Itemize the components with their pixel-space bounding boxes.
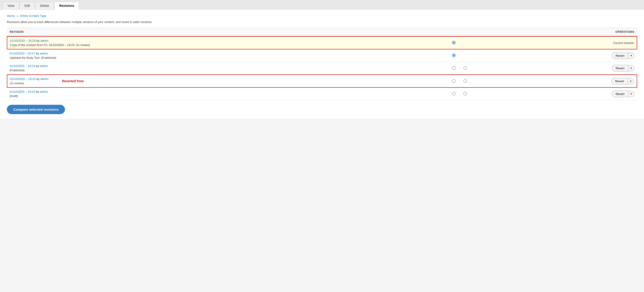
revision-date-1: 01/10/2020 – 20:29 by admin [10, 39, 445, 42]
radio2-4[interactable] [460, 74, 471, 88]
revision-info-2: 01/10/2020 – 20:27 by admin Updated the … [7, 49, 448, 62]
revert-main-5[interactable]: Revert [612, 91, 628, 97]
revision-link-1[interactable]: 01/10/2020 – 20:29 [10, 39, 36, 42]
radio1-4[interactable] [448, 74, 460, 88]
revision-row-current: 01/10/2020 – 20:29 by admin Copy of the … [7, 36, 637, 49]
revision-info-current: 01/10/2020 – 20:29 by admin Copy of the … [7, 36, 448, 49]
revision-desc-3: (Published) [10, 68, 25, 72]
revert-main-3[interactable]: Revert [612, 65, 628, 71]
tabs-bar: View Edit Delete Revisions [0, 0, 644, 9]
revision-by-1: by [36, 39, 40, 42]
tab-edit[interactable]: Edit [20, 2, 35, 9]
radio-empty-3b[interactable] [464, 66, 467, 70]
col-radio2 [460, 28, 471, 36]
revision-link-5[interactable]: 01/10/2020 – 19:23 [10, 90, 35, 93]
col-operations: OPERATIONS [471, 28, 637, 36]
radio2-2 [460, 49, 471, 62]
breadcrumb-current[interactable]: Article Content Type [20, 14, 46, 17]
tab-delete[interactable]: Delete [35, 2, 54, 9]
revert-wrap-4: Revert ▾ [474, 78, 634, 84]
revision-desc-1: Copy of the revision from Fri, 01/10/202… [10, 43, 90, 47]
main-content: Home » Article Content Type Revisions al… [0, 9, 644, 119]
revision-link-2[interactable]: 01/10/2020 – 20:27 [10, 52, 35, 55]
compare-button[interactable]: Compare selected revisions [7, 105, 65, 114]
revision-row-3: 01/10/2020 – 19:24 by admin (Published) [7, 62, 637, 74]
revision-row-2: 01/10/2020 – 20:27 by admin Updated the … [7, 49, 637, 62]
revision-by-2: by [36, 52, 40, 55]
revision-info-5: 01/10/2020 – 19:23 by admin (Draft) [7, 88, 448, 100]
revert-wrap-3: Revert ▾ [474, 65, 634, 71]
revert-dropdown-2[interactable]: ▾ [628, 53, 634, 59]
radio2-current [460, 36, 471, 49]
revision-info-reverted: 01/10/2020 – 19:23 by admin (In review) … [7, 74, 448, 88]
revision-desc-2: Updated the Body Text. (Published) [10, 56, 56, 59]
revision-info-reverted-content: 01/10/2020 – 19:23 by admin (In review) [10, 77, 48, 85]
radio1-current[interactable] [448, 36, 460, 49]
revision-desc-4: (In review) [10, 81, 24, 85]
revision-row-5: 01/10/2020 – 19:23 by admin (Draft) Rev [7, 88, 637, 100]
radio-filled-1[interactable] [452, 41, 456, 44]
page-description: Revisions allow you to track differences… [7, 20, 637, 24]
breadcrumb-home[interactable]: Home [7, 14, 15, 17]
revision-info-3: 01/10/2020 – 19:24 by admin (Published) [7, 62, 448, 74]
reverted-from-label: Reverted from [62, 79, 84, 83]
radio-empty-4a[interactable] [452, 79, 456, 83]
ops-2: Revert ▾ [471, 49, 637, 62]
ops-current: Current revision [471, 36, 637, 49]
radio1-2[interactable] [448, 49, 460, 62]
revision-date-5: 01/10/2020 – 19:23 by admin [10, 90, 445, 93]
revisions-table: REVISION OPERATIONS 01/10/2020 – 20:29 b… [7, 28, 637, 100]
tab-revisions[interactable]: Revisions [54, 2, 79, 9]
col-radio1 [448, 28, 460, 36]
revert-main-4[interactable]: Revert [612, 78, 628, 84]
breadcrumb: Home » Article Content Type [7, 14, 637, 17]
revision-author-5[interactable]: admin [40, 90, 48, 93]
revision-date-3: 01/10/2020 – 19:24 by admin [10, 64, 445, 68]
revert-wrap-2: Revert ▾ [474, 52, 634, 59]
radio-filled-2[interactable] [452, 53, 456, 57]
revert-main-2[interactable]: Revert [612, 52, 628, 59]
revision-by-3: by [36, 64, 40, 68]
revision-by-5: by [36, 90, 40, 93]
revision-date-4: 01/10/2020 – 19:23 by admin [10, 77, 48, 81]
radio-empty-5b[interactable] [464, 92, 467, 95]
col-revision: REVISION [7, 28, 448, 36]
revert-btn-4: Revert ▾ [612, 78, 634, 84]
revision-row-reverted: 01/10/2020 – 19:23 by admin (In review) … [7, 74, 637, 88]
revert-dropdown-3[interactable]: ▾ [628, 65, 634, 71]
radio1-3[interactable] [448, 62, 460, 74]
table-header-row: REVISION OPERATIONS [7, 28, 637, 36]
revert-btn-3: Revert ▾ [612, 65, 634, 71]
revision-author-2[interactable]: admin [40, 52, 48, 55]
revert-wrap-5: Revert ▾ [474, 91, 634, 97]
revision-author-3[interactable]: admin [40, 64, 48, 68]
breadcrumb-sep: » [16, 14, 18, 17]
tab-view[interactable]: View [3, 2, 19, 9]
current-revision-label: Current revision [613, 41, 634, 45]
revision-by-4: by [36, 77, 40, 81]
radio-empty-4b[interactable] [464, 79, 467, 83]
ops-5: Revert ▾ [471, 88, 637, 100]
radio2-5[interactable] [460, 88, 471, 100]
ops-3: Revert ▾ [471, 62, 637, 74]
ops-4: Revert ▾ [471, 74, 637, 88]
revision-link-3[interactable]: 01/10/2020 – 19:24 [10, 64, 35, 68]
radio-empty-5a[interactable] [452, 92, 456, 95]
revision-desc-5: (Draft) [10, 94, 18, 98]
revision-author-1[interactable]: admin [40, 39, 48, 42]
revision-date-2: 01/10/2020 – 20:27 by admin [10, 52, 445, 55]
revision-link-4[interactable]: 01/10/2020 – 19:23 [10, 77, 36, 81]
revert-dropdown-4[interactable]: ▾ [628, 78, 634, 84]
revision-author-4[interactable]: admin [40, 77, 48, 81]
radio2-3[interactable] [460, 62, 471, 74]
radio1-5[interactable] [448, 88, 460, 100]
radio-empty-3a[interactable] [452, 66, 456, 70]
revert-btn-2: Revert ▾ [612, 52, 634, 59]
revert-btn-5: Revert ▾ [612, 91, 634, 97]
revert-dropdown-5[interactable]: ▾ [628, 91, 634, 97]
